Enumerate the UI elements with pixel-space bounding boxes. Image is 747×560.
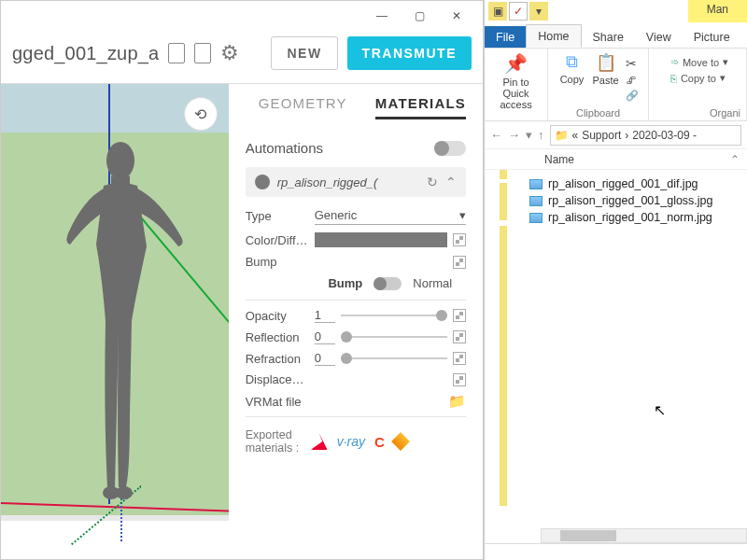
nav-history-icon[interactable]: ▾ <box>526 128 532 142</box>
copy-path-icon: 🖇 <box>626 75 636 86</box>
reflection-texture-slot[interactable] <box>453 330 466 343</box>
displace-texture-slot[interactable] <box>453 373 466 386</box>
refresh-icon[interactable]: ↻ <box>427 175 438 189</box>
reflection-slider[interactable] <box>341 331 447 343</box>
nav-tree[interactable] <box>485 170 526 543</box>
vrmat-browse-icon[interactable]: 📁 <box>448 393 466 410</box>
breadcrumb-seg[interactable]: Support <box>582 129 621 142</box>
copy-to-button[interactable]: ⎘Copy to▾ <box>670 72 728 84</box>
maximize-button[interactable] <box>401 3 438 29</box>
displace-label: Displace… <box>246 372 309 386</box>
orbit-icon[interactable]: ⟲ <box>184 97 218 131</box>
new-button[interactable]: NEW <box>271 36 337 70</box>
tab-file[interactable]: File <box>485 26 526 48</box>
breadcrumb-sep: › <box>625 129 628 142</box>
refraction-slider[interactable] <box>341 353 447 364</box>
scrollbar-thumb[interactable] <box>560 530 616 541</box>
file-list: rp_alison_rigged_001_dif.jpg rp_alison_r… <box>526 170 747 543</box>
cut-icon: ✂ <box>626 56 637 71</box>
nav-back-button[interactable]: ← <box>490 128 502 142</box>
refraction-texture-slot[interactable] <box>453 352 466 365</box>
tab-picture[interactable]: Picture <box>683 26 741 48</box>
corona-icon[interactable]: C <box>374 434 385 450</box>
nav-forward-button[interactable]: → <box>508 128 520 142</box>
close-button[interactable] <box>438 3 475 29</box>
bump-option-label: Bump <box>328 276 362 290</box>
move-to-button[interactable]: ➾Move to▾ <box>670 56 728 68</box>
column-name-header[interactable]: Name <box>544 153 574 166</box>
pin-icon: 📌 <box>504 52 528 75</box>
copy-to-icon: ⎘ <box>670 73 677 84</box>
tab-geometry[interactable]: GEOMETRY <box>259 95 347 119</box>
list-item[interactable]: rp_alison_rigged_001_norm.jpg <box>526 209 747 226</box>
opacity-slider[interactable] <box>341 310 447 321</box>
tab-materials[interactable]: MATERIALS <box>375 95 466 119</box>
type-value: Generic <box>315 208 358 222</box>
cut-button[interactable]: ✂ <box>626 56 639 71</box>
file-name: rp_alison_rigged_001_dif.jpg <box>548 177 698 190</box>
chevron-down-icon: ▾ <box>723 56 728 68</box>
status-bar <box>485 543 747 560</box>
list-item[interactable]: rp_alison_rigged_001_dif.jpg <box>526 175 747 192</box>
material-name: rp_alison_rigged_( <box>277 175 419 189</box>
breadcrumb-prev-icon[interactable]: « <box>572 129 579 142</box>
paste-shortcut-button[interactable]: 🔗 <box>626 90 639 102</box>
group-clipboard-label: Clipboard <box>576 107 620 120</box>
qat-check-icon[interactable]: ✓ <box>509 2 528 21</box>
horizontal-scrollbar[interactable] <box>541 528 747 543</box>
list-item[interactable]: rp_alison_rigged_001_gloss.jpg <box>526 192 747 209</box>
image-file-icon <box>529 196 543 206</box>
vray-icon[interactable]: v·ray <box>337 434 365 449</box>
tab-share[interactable]: Share <box>582 26 635 48</box>
move-to-icon: ➾ <box>670 56 679 68</box>
sketchup-icon[interactable] <box>311 433 328 450</box>
settings-icon[interactable]: ⚙ <box>220 41 239 65</box>
opacity-value[interactable]: 1 <box>315 308 335 323</box>
filename-label: gged_001_zup_a <box>12 43 159 64</box>
thea-icon[interactable] <box>391 432 410 451</box>
paste-button[interactable]: 📋Paste <box>592 52 620 90</box>
colordiff-swatch[interactable] <box>315 232 447 247</box>
bump-normal-toggle[interactable] <box>374 277 402 290</box>
column-sort-icon[interactable]: ⌃ <box>730 153 740 166</box>
3d-model[interactable] <box>64 134 186 508</box>
refraction-value[interactable]: 0 <box>315 351 335 366</box>
nav-up-button[interactable]: ↑ <box>538 128 544 142</box>
image-file-icon <box>529 213 543 223</box>
minimize-button[interactable] <box>363 3 401 29</box>
copy-icon: ⧉ <box>566 52 578 72</box>
import-icon[interactable] <box>168 43 185 63</box>
colordiff-texture-slot[interactable] <box>453 233 466 246</box>
type-dropdown[interactable]: Generic ▾ <box>315 206 466 225</box>
3d-viewport[interactable]: ⟲ <box>1 84 229 545</box>
reflection-value[interactable]: 0 <box>315 329 335 344</box>
titlebar <box>1 1 483 31</box>
pin-quick-access-button[interactable]: 📌 Pin to Quick access <box>502 52 530 90</box>
type-label: Type <box>246 209 309 223</box>
automations-label: Automations <box>246 140 427 156</box>
breadcrumb-seg[interactable]: 2020-03-09 - <box>632 129 697 142</box>
refraction-label: Refraction <box>246 352 309 366</box>
copy-path-button[interactable]: 🖇 <box>626 75 639 86</box>
vrmat-label: VRMat file <box>246 395 309 409</box>
material-header[interactable]: rp_alison_rigged_( ↻ ⌃ <box>246 167 466 197</box>
address-bar[interactable]: 📁 « Support › 2020-03-09 - <box>550 125 742 146</box>
transmute-button[interactable]: TRANSMUTE <box>347 36 472 70</box>
group-organize-label: Organi <box>710 107 740 120</box>
tab-home[interactable]: Home <box>526 24 581 48</box>
file-name: rp_alison_rigged_001_norm.jpg <box>548 211 712 224</box>
copy-button[interactable]: ⧉Copy <box>558 52 586 90</box>
export-icon[interactable] <box>194 43 211 63</box>
bump-texture-slot[interactable] <box>453 256 466 269</box>
qat-dropdown-icon[interactable]: ▾ <box>529 2 548 21</box>
context-tab[interactable]: Man <box>688 0 747 22</box>
chevron-up-icon[interactable]: ⌃ <box>445 175 457 189</box>
opacity-texture-slot[interactable] <box>453 309 466 322</box>
svg-point-2 <box>116 486 133 499</box>
tab-view[interactable]: View <box>635 26 683 48</box>
chevron-down-icon: ▾ <box>720 72 726 84</box>
colordiff-label: Color/Diff… <box>246 233 309 247</box>
qat-folder-icon[interactable]: ▣ <box>488 2 507 21</box>
file-explorer-window: ▣ ✓ ▾ Man File Home Share View Picture 📌… <box>484 0 747 560</box>
automations-toggle[interactable] <box>434 141 466 156</box>
